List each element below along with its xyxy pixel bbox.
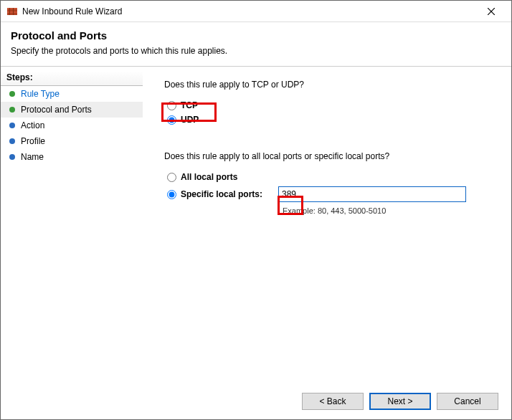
svg-rect-3 xyxy=(9,8,10,15)
wizard-header: Protocol and Ports Specify the protocols… xyxy=(1,22,511,66)
radio-specific-ports-label: Specific local ports: xyxy=(181,189,262,199)
firewall-icon xyxy=(6,6,18,17)
step-label: Rule Type xyxy=(21,89,60,99)
main-panel: Does this rule apply to TCP or UDP? TCP … xyxy=(143,67,511,383)
radio-udp-row[interactable]: UDP xyxy=(164,113,494,127)
title-bar: New Inbound Rule Wizard xyxy=(1,1,511,22)
radio-all-ports-label: All local ports xyxy=(181,172,237,182)
radio-all-ports[interactable] xyxy=(167,173,176,182)
step-name[interactable]: Name xyxy=(1,149,143,165)
svg-rect-4 xyxy=(13,8,14,15)
close-button[interactable] xyxy=(477,1,506,22)
bullet-icon xyxy=(9,154,15,160)
page-description: Specify the protocols and ports to which… xyxy=(11,46,501,56)
window-title: New Inbound Rule Wizard xyxy=(22,6,477,16)
svg-rect-1 xyxy=(7,8,17,9)
bullet-icon xyxy=(9,91,15,97)
radio-tcp-label: TCP xyxy=(181,100,198,110)
radio-tcp[interactable] xyxy=(167,101,176,110)
radio-all-ports-row[interactable]: All local ports xyxy=(164,170,494,184)
step-rule-type[interactable]: Rule Type xyxy=(1,86,143,102)
question-ports: Does this rule apply to all local ports … xyxy=(164,151,494,161)
bullet-icon xyxy=(9,123,15,128)
radio-tcp-row[interactable]: TCP xyxy=(164,98,494,113)
wizard-footer: < Back Next > Cancel xyxy=(1,383,511,419)
ports-example-text: Example: 80, 443, 5000-5010 xyxy=(283,206,494,215)
bullet-icon xyxy=(9,138,15,144)
radio-specific-ports-row[interactable]: Specific local ports: xyxy=(164,184,494,204)
specific-ports-input[interactable] xyxy=(278,186,466,202)
step-label: Action xyxy=(21,120,44,130)
radio-specific-ports[interactable] xyxy=(167,190,176,199)
step-action[interactable]: Action xyxy=(1,118,143,133)
question-protocol: Does this rule apply to TCP or UDP? xyxy=(164,80,494,90)
radio-udp[interactable] xyxy=(167,115,176,125)
step-label: Name xyxy=(21,152,44,162)
svg-rect-2 xyxy=(7,11,17,13)
step-label: Protocol and Ports xyxy=(21,105,92,115)
back-button[interactable]: < Back xyxy=(302,393,364,410)
radio-udp-label: UDP xyxy=(181,115,199,125)
bullet-icon xyxy=(9,107,15,113)
step-profile[interactable]: Profile xyxy=(1,133,143,149)
steps-sidebar: Steps: Rule Type Protocol and Ports Acti… xyxy=(1,67,143,383)
page-title: Protocol and Ports xyxy=(11,29,501,42)
steps-heading: Steps: xyxy=(1,71,143,86)
close-icon xyxy=(488,8,495,15)
step-protocol-ports[interactable]: Protocol and Ports xyxy=(1,102,143,118)
next-button[interactable]: Next > xyxy=(369,393,431,410)
step-label: Profile xyxy=(21,136,45,146)
cancel-button[interactable]: Cancel xyxy=(437,393,498,410)
